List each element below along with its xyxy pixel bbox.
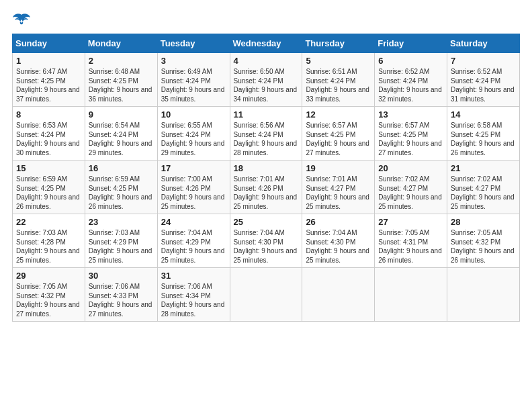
calendar-day-cell: 23Sunrise: 7:03 AMSunset: 4:29 PMDayligh… [85,214,157,268]
calendar-week-row: 15Sunrise: 6:59 AMSunset: 4:25 PMDayligh… [13,161,520,214]
calendar-day-cell: 21Sunrise: 7:02 AMSunset: 4:27 PMDayligh… [447,161,520,214]
weekday-header-row: SundayMondayTuesdayWednesdayThursdayFrid… [13,34,520,53]
day-info: Sunrise: 7:01 AMSunset: 4:26 PMDaylight:… [234,175,299,211]
calendar-day-cell: 8Sunrise: 6:53 AMSunset: 4:24 PMDaylight… [13,107,85,161]
calendar-day-cell: 9Sunrise: 6:54 AMSunset: 4:24 PMDaylight… [85,107,157,161]
logo-icon [12,12,31,27]
day-number: 9 [89,109,154,120]
day-info: Sunrise: 6:59 AMSunset: 4:25 PMDaylight:… [89,175,154,211]
calendar-day-cell: 26Sunrise: 7:04 AMSunset: 4:30 PMDayligh… [302,214,375,268]
calendar-day-cell: 17Sunrise: 7:00 AMSunset: 4:26 PMDayligh… [157,161,230,214]
day-info: Sunrise: 7:03 AMSunset: 4:28 PMDaylight:… [16,228,81,265]
day-info: Sunrise: 7:02 AMSunset: 4:27 PMDaylight:… [451,175,516,211]
calendar-day-cell: 27Sunrise: 7:05 AMSunset: 4:31 PMDayligh… [375,214,447,268]
day-number: 8 [16,109,81,120]
calendar-day-cell: 15Sunrise: 6:59 AMSunset: 4:25 PMDayligh… [13,161,85,214]
calendar-day-cell: 16Sunrise: 6:59 AMSunset: 4:25 PMDayligh… [85,161,157,214]
day-info: Sunrise: 6:54 AMSunset: 4:24 PMDaylight:… [89,121,154,157]
calendar-body: 1Sunrise: 6:47 AMSunset: 4:25 PMDaylight… [13,53,520,322]
day-number: 31 [161,271,226,281]
day-info: Sunrise: 6:56 AMSunset: 4:24 PMDaylight:… [234,121,299,157]
day-number: 7 [451,56,516,66]
day-number: 23 [89,217,154,227]
day-info: Sunrise: 6:57 AMSunset: 4:25 PMDaylight:… [378,121,443,157]
calendar-table: SundayMondayTuesdayWednesdayThursdayFrid… [12,34,520,322]
day-number: 16 [89,163,154,173]
day-info: Sunrise: 7:06 AMSunset: 4:33 PMDaylight:… [89,282,154,318]
calendar-day-cell: 4Sunrise: 6:50 AMSunset: 4:24 PMDaylight… [230,53,302,107]
page-header [12,12,520,27]
calendar-week-row: 22Sunrise: 7:03 AMSunset: 4:28 PMDayligh… [13,214,520,268]
calendar-day-cell [375,268,447,322]
calendar-day-cell: 7Sunrise: 6:52 AMSunset: 4:24 PMDaylight… [447,53,520,107]
day-number: 30 [89,271,154,281]
day-number: 14 [451,109,516,120]
calendar-day-cell: 31Sunrise: 7:06 AMSunset: 4:34 PMDayligh… [157,268,230,322]
calendar-week-row: 1Sunrise: 6:47 AMSunset: 4:25 PMDaylight… [13,53,520,107]
weekday-header-cell: Friday [375,34,447,53]
day-info: Sunrise: 6:48 AMSunset: 4:25 PMDaylight:… [89,67,154,103]
day-number: 3 [161,56,226,66]
day-number: 15 [16,163,81,173]
day-number: 1 [16,56,81,66]
day-number: 29 [16,271,81,281]
day-number: 17 [161,163,226,173]
calendar-day-cell: 3Sunrise: 6:49 AMSunset: 4:24 PMDaylight… [157,53,230,107]
calendar-day-cell: 12Sunrise: 6:57 AMSunset: 4:25 PMDayligh… [302,107,375,161]
day-number: 25 [234,217,299,227]
calendar-day-cell: 24Sunrise: 7:04 AMSunset: 4:29 PMDayligh… [157,214,230,268]
calendar-day-cell: 18Sunrise: 7:01 AMSunset: 4:26 PMDayligh… [230,161,302,214]
calendar-day-cell [302,268,375,322]
day-info: Sunrise: 7:06 AMSunset: 4:34 PMDaylight:… [161,282,226,318]
day-number: 10 [161,109,226,120]
day-number: 22 [16,217,81,227]
day-info: Sunrise: 7:03 AMSunset: 4:29 PMDaylight:… [89,228,154,265]
day-info: Sunrise: 6:53 AMSunset: 4:24 PMDaylight:… [16,121,81,157]
day-info: Sunrise: 6:52 AMSunset: 4:24 PMDaylight:… [378,67,443,103]
day-info: Sunrise: 6:47 AMSunset: 4:25 PMDaylight:… [16,67,81,103]
day-number: 18 [234,163,299,173]
day-number: 28 [451,217,516,227]
calendar-day-cell: 11Sunrise: 6:56 AMSunset: 4:24 PMDayligh… [230,107,302,161]
day-info: Sunrise: 6:50 AMSunset: 4:24 PMDaylight:… [234,67,299,103]
day-number: 11 [234,109,299,120]
calendar-day-cell: 22Sunrise: 7:03 AMSunset: 4:28 PMDayligh… [13,214,85,268]
day-info: Sunrise: 6:49 AMSunset: 4:24 PMDaylight:… [161,67,226,103]
day-info: Sunrise: 7:05 AMSunset: 4:32 PMDaylight:… [451,228,516,265]
calendar-day-cell: 19Sunrise: 7:01 AMSunset: 4:27 PMDayligh… [302,161,375,214]
day-number: 13 [378,109,443,120]
day-info: Sunrise: 7:01 AMSunset: 4:27 PMDaylight:… [306,175,371,211]
day-number: 24 [161,217,226,227]
day-info: Sunrise: 7:00 AMSunset: 4:26 PMDaylight:… [161,175,226,211]
day-info: Sunrise: 7:04 AMSunset: 4:30 PMDaylight:… [234,228,299,265]
calendar-day-cell [447,268,520,322]
day-number: 6 [378,56,443,66]
day-info: Sunrise: 7:05 AMSunset: 4:32 PMDaylight:… [16,282,81,318]
day-number: 5 [306,56,371,66]
calendar-day-cell: 10Sunrise: 6:55 AMSunset: 4:24 PMDayligh… [157,107,230,161]
day-info: Sunrise: 7:04 AMSunset: 4:29 PMDaylight:… [161,228,226,265]
calendar-day-cell: 25Sunrise: 7:04 AMSunset: 4:30 PMDayligh… [230,214,302,268]
calendar-day-cell: 13Sunrise: 6:57 AMSunset: 4:25 PMDayligh… [375,107,447,161]
day-info: Sunrise: 6:55 AMSunset: 4:24 PMDaylight:… [161,121,226,157]
day-info: Sunrise: 7:05 AMSunset: 4:31 PMDaylight:… [378,228,443,265]
day-info: Sunrise: 6:57 AMSunset: 4:25 PMDaylight:… [306,121,371,157]
calendar-day-cell: 5Sunrise: 6:51 AMSunset: 4:24 PMDaylight… [302,53,375,107]
calendar-day-cell: 1Sunrise: 6:47 AMSunset: 4:25 PMDaylight… [13,53,85,107]
calendar-day-cell: 30Sunrise: 7:06 AMSunset: 4:33 PMDayligh… [85,268,157,322]
weekday-header-cell: Saturday [447,34,520,53]
calendar-day-cell: 20Sunrise: 7:02 AMSunset: 4:27 PMDayligh… [375,161,447,214]
day-number: 19 [306,163,371,173]
calendar-day-cell: 28Sunrise: 7:05 AMSunset: 4:32 PMDayligh… [447,214,520,268]
day-info: Sunrise: 6:59 AMSunset: 4:25 PMDaylight:… [16,175,81,211]
calendar-week-row: 29Sunrise: 7:05 AMSunset: 4:32 PMDayligh… [13,268,520,322]
calendar-day-cell: 6Sunrise: 6:52 AMSunset: 4:24 PMDaylight… [375,53,447,107]
calendar-week-row: 8Sunrise: 6:53 AMSunset: 4:24 PMDaylight… [13,107,520,161]
day-info: Sunrise: 7:02 AMSunset: 4:27 PMDaylight:… [378,175,443,211]
day-number: 4 [234,56,299,66]
calendar-day-cell: 2Sunrise: 6:48 AMSunset: 4:25 PMDaylight… [85,53,157,107]
day-info: Sunrise: 7:04 AMSunset: 4:30 PMDaylight:… [306,228,371,265]
day-number: 12 [306,109,371,120]
day-number: 26 [306,217,371,227]
weekday-header-cell: Monday [85,34,157,53]
